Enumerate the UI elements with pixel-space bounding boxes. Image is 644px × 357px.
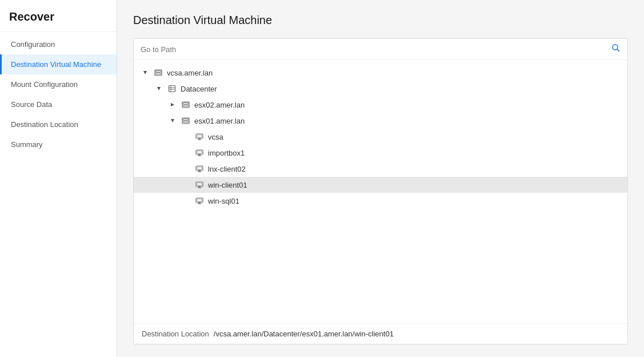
main-content: Destination Virtual Machine vcsa.amer.la… (117, 0, 644, 357)
page-title: Destination Virtual Machine (133, 14, 628, 27)
tree-content: vcsa.amer.lan Datacenter esx02.amer.lan … (134, 60, 627, 213)
app-title: Recover (0, 0, 117, 32)
host-icon-esx01-amer-lan (181, 116, 191, 126)
svg-rect-18 (183, 121, 189, 123)
sidebar-item-mount-configuration[interactable]: Mount Configuration (0, 74, 117, 94)
toggle-importbox1 (182, 148, 191, 157)
vm-icon-win-client01 (194, 180, 205, 190)
node-label-importbox1: importbox1 (208, 149, 245, 157)
node-label-vcsa: vcsa (208, 133, 223, 141)
svg-rect-4 (156, 71, 161, 73)
toggle-vcsa-amer-lan[interactable] (141, 68, 150, 77)
tree-node-vcsa-amer-lan[interactable]: vcsa.amer.lan (134, 65, 627, 81)
node-label-vcsa-amer-lan: vcsa.amer.lan (167, 69, 213, 77)
sidebar-item-destination-location[interactable]: Destination Location (0, 114, 117, 134)
tree-panel: vcsa.amer.lan Datacenter esx02.amer.lan … (133, 38, 628, 344)
sidebar-item-summary[interactable]: Summary (0, 134, 117, 154)
toggle-esx01-amer-lan[interactable] (168, 116, 177, 125)
search-icon[interactable] (611, 43, 621, 55)
toggle-esx02-amer-lan[interactable] (168, 100, 177, 109)
svg-rect-14 (183, 105, 189, 107)
svg-rect-5 (156, 73, 161, 75)
vm-icon-importbox1 (194, 148, 205, 158)
svg-marker-2 (143, 71, 147, 74)
tree-node-importbox1[interactable]: importbox1 (134, 145, 627, 161)
svg-marker-11 (171, 103, 174, 106)
search-bar (134, 39, 627, 60)
node-label-esx01-amer-lan: esx01.amer.lan (194, 117, 245, 125)
svg-marker-15 (171, 119, 174, 122)
sidebar-nav: ConfigurationDestination Virtual Machine… (0, 32, 117, 154)
svg-rect-7 (169, 86, 175, 92)
tree-node-vcsa[interactable]: vcsa (134, 129, 627, 145)
tree-node-lnx-client02[interactable]: lnx-client02 (134, 161, 627, 177)
svg-line-1 (617, 49, 619, 51)
sidebar-item-destination-virtual-machine[interactable]: Destination Virtual Machine (0, 54, 117, 74)
toggle-win-sql01 (182, 196, 191, 205)
vm-icon-vcsa (194, 132, 205, 142)
sidebar-item-configuration[interactable]: Configuration (0, 34, 117, 54)
host-icon-vcsa-amer-lan (153, 68, 163, 78)
node-label-win-client01: win-client01 (208, 181, 247, 189)
tree-node-esx01-amer-lan[interactable]: esx01.amer.lan (134, 113, 627, 129)
sidebar: Recover ConfigurationDestination Virtual… (0, 0, 117, 357)
toggle-datacenter[interactable] (154, 84, 163, 93)
search-input[interactable] (141, 45, 607, 54)
destination-location-bar: Destination Location /vcsa.amer.lan/Data… (134, 323, 627, 344)
tree-node-esx02-amer-lan[interactable]: esx02.amer.lan (134, 97, 627, 113)
tree-node-win-sql01[interactable]: win-sql01 (134, 193, 627, 209)
destination-location-value: /vcsa.amer.lan/Datacenter/esx01.amer.lan… (214, 330, 394, 338)
toggle-win-client01 (182, 180, 191, 189)
datacenter-icon-datacenter (167, 84, 177, 94)
svg-rect-13 (183, 103, 189, 105)
host-icon-esx02-amer-lan (181, 100, 191, 110)
node-label-datacenter: Datacenter (181, 85, 217, 93)
vm-icon-win-sql01 (194, 196, 205, 206)
tree-node-datacenter[interactable]: Datacenter (134, 81, 627, 97)
tree-node-win-client01[interactable]: win-client01 (134, 177, 627, 193)
toggle-vcsa (182, 132, 191, 141)
node-label-esx02-amer-lan: esx02.amer.lan (194, 101, 245, 109)
sidebar-item-source-data[interactable]: Source Data (0, 94, 117, 114)
tree-scroll-area[interactable]: vcsa.amer.lan Datacenter esx02.amer.lan … (134, 60, 627, 323)
vm-icon-lnx-client02 (194, 164, 205, 174)
node-label-win-sql01: win-sql01 (208, 197, 239, 205)
toggle-lnx-client02 (182, 164, 191, 173)
svg-rect-17 (183, 119, 189, 121)
svg-marker-6 (157, 87, 161, 90)
destination-location-label: Destination Location (142, 330, 209, 338)
node-label-lnx-client02: lnx-client02 (208, 165, 246, 173)
